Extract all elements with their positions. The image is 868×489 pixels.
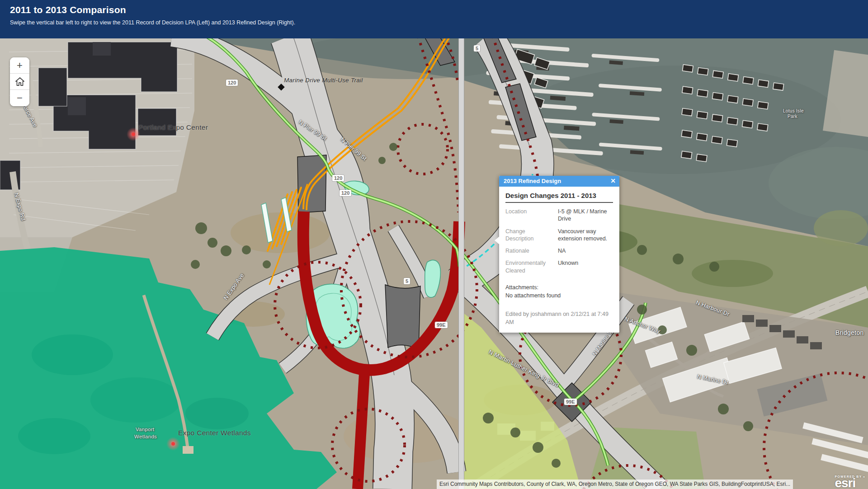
route-shield-120: 120 <box>226 80 238 86</box>
popup-header[interactable]: 2013 Refined Design ✕ <box>499 176 619 187</box>
route-shield-120: 120 <box>332 175 344 181</box>
page-title: 2011 to 2013 Comparison <box>0 0 868 15</box>
map-comparison-app: Portland Expo Center Expo Center Wetland… <box>0 0 868 489</box>
attachments-value: No attachments found <box>505 292 613 300</box>
map-zoom-control: + − <box>10 57 29 106</box>
zoom-out-button[interactable]: − <box>10 90 29 106</box>
route-shield-120: 120 <box>340 190 351 196</box>
home-icon <box>15 77 24 86</box>
page-subtitle: Swipe the vertical bar left to right to … <box>0 15 868 26</box>
field-label: Rationale <box>505 247 554 254</box>
home-button[interactable] <box>10 74 29 90</box>
swipe-divider-bar[interactable] <box>458 38 464 489</box>
feature-popup: 2013 Refined Design ✕ Design Changes 201… <box>499 176 619 333</box>
esri-wordmark: esri <box>835 478 865 488</box>
label-lotus-isle-2: Park <box>788 114 797 119</box>
field-value: Uknown <box>558 259 613 274</box>
field-label: Change Description <box>505 228 554 243</box>
field-row-change-description: Change Description Vancouver way extensi… <box>505 228 613 243</box>
label-vanport-wetlands-1: Vanport <box>136 426 155 433</box>
field-value: NA <box>558 247 613 254</box>
label-vanport-wetlands-2: Wetlands <box>134 433 157 440</box>
label-bridgeton: Bridgeton <box>835 329 864 336</box>
field-label: Location <box>505 208 554 223</box>
field-row-location: Location I-5 @ MLK / Marine Drive <box>505 208 613 223</box>
esri-logo: POWERED BY esri <box>835 475 865 488</box>
route-shield-i5: 5 <box>474 45 480 52</box>
label-expo-center-wetlands: Expo Center Wetlands <box>178 429 251 437</box>
field-label: Environmentally Cleared <box>505 259 554 274</box>
attachments-label: Attachments: <box>505 283 613 292</box>
app-header: 2011 to 2013 Comparison Swipe the vertic… <box>0 0 868 38</box>
field-value: Vancouver way extension removed. <box>558 228 613 243</box>
route-shield-i5: 5 <box>404 278 410 284</box>
label-portland-expo-center: Portland Expo Center <box>138 123 208 132</box>
label-lotus-isle-1: Lotus Isle <box>783 108 804 114</box>
close-icon[interactable]: ✕ <box>610 177 616 184</box>
field-row-rationale: Rationale NA <box>505 247 613 254</box>
route-shield-99e: 99E <box>564 399 577 405</box>
field-row-environmentally-cleared: Environmentally Cleared Uknown <box>505 259 613 274</box>
route-shield-99e: 99E <box>435 322 448 328</box>
zoom-in-button[interactable]: + <box>10 57 29 74</box>
popup-anchor-arrow <box>495 236 500 245</box>
popup-attachments: Attachments: No attachments found <box>505 283 613 300</box>
label-marine-drive-trail: Marine Drive Multi-Use Trail <box>284 77 363 84</box>
popup-header-title: 2013 Refined Design <box>504 178 561 184</box>
popup-body: Design Changes 2011 - 2013 Location I-5 … <box>499 187 619 333</box>
popup-title: Design Changes 2011 - 2013 <box>505 192 613 199</box>
popup-edit-note: Edited by joshahmann on 2/12/21 at 7:49 … <box>505 310 613 326</box>
map-attribution: Esri Community Maps Contributors, County… <box>437 480 793 489</box>
popup-divider <box>505 202 613 203</box>
map-artwork <box>0 38 868 489</box>
field-value: I-5 @ MLK / Marine Drive <box>558 208 613 223</box>
map-canvas[interactable]: Portland Expo Center Expo Center Wetland… <box>0 38 868 489</box>
